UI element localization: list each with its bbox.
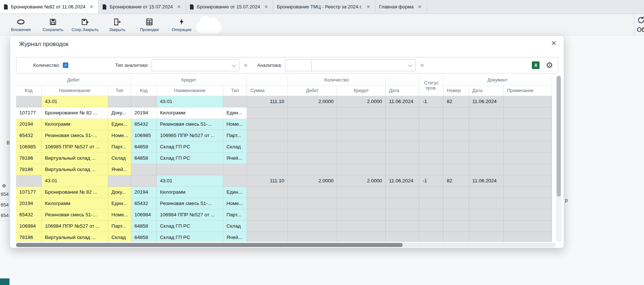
table-cell[interactable]: 43.01 [157, 175, 223, 187]
table-cell[interactable] [443, 164, 469, 175]
table-cell[interactable] [419, 187, 443, 198]
table-cell[interactable]: 65432 [16, 209, 42, 221]
horizontal-scrollbar-thumb[interactable] [16, 243, 403, 247]
table-cell[interactable] [469, 209, 504, 221]
table-cell[interactable]: 106984 ППР №527 от ... [42, 221, 108, 232]
save-button[interactable]: Сохранить [38, 18, 68, 32]
table-cell[interactable] [247, 107, 288, 119]
table-cell[interactable]: 64858 [131, 141, 157, 153]
table-cell[interactable] [419, 221, 443, 232]
table-cell[interactable] [288, 209, 337, 221]
table-cell[interactable] [469, 164, 504, 175]
table-cell[interactable] [443, 232, 469, 242]
table-row[interactable]: 78186Виртуальный склад ...Склад64858Скла… [16, 153, 552, 164]
table-cell[interactable]: 82 [443, 175, 469, 187]
table-cell[interactable] [337, 209, 386, 221]
table-cell[interactable] [469, 187, 504, 198]
table-cell[interactable] [337, 130, 386, 141]
table-cell[interactable]: Един... [108, 119, 131, 130]
table-cell[interactable] [386, 107, 419, 119]
table-cell[interactable] [247, 221, 288, 232]
excel-export-button[interactable]: X [532, 61, 540, 69]
table-cell[interactable]: 106985 ППР №527 от ... [157, 130, 223, 141]
table-cell[interactable]: 111.10 [247, 96, 288, 107]
table-cell[interactable]: Номе... [223, 119, 247, 130]
table-cell[interactable] [288, 153, 337, 164]
vertical-scrollbar-thumb[interactable] [557, 76, 561, 197]
table-cell[interactable]: 11.06.2024 [386, 175, 419, 187]
table-cell[interactable]: 20194 [16, 198, 42, 209]
table-cell[interactable]: Парт... [223, 130, 247, 141]
table-cell[interactable] [386, 153, 419, 164]
table-cell[interactable] [288, 221, 337, 232]
table-cell[interactable]: 11.06.2024 [469, 175, 504, 187]
table-cell[interactable] [386, 209, 419, 221]
table-cell[interactable]: 65432 [16, 130, 42, 141]
table-cell[interactable] [337, 164, 386, 175]
tab-close-icon[interactable]: × [366, 4, 370, 10]
analytics-select[interactable] [285, 59, 416, 71]
table-cell[interactable]: Един... [108, 198, 131, 209]
table-cell[interactable] [419, 153, 443, 164]
table-cell[interactable]: -1 [419, 175, 443, 187]
table-cell[interactable] [288, 119, 337, 130]
table-cell[interactable]: Бронирование № 82 ... [42, 107, 108, 119]
table-cell[interactable]: 106984 [16, 221, 42, 232]
table-cell[interactable]: Ячей... [108, 164, 131, 175]
table-cell[interactable] [288, 141, 337, 153]
table-cell[interactable] [157, 164, 223, 175]
tab-bronirovanie-82[interactable]: Бронирование №82 от 11.06.2024 × [0, 0, 99, 14]
table-cell[interactable] [288, 130, 337, 141]
table-cell[interactable]: 106984 [131, 209, 157, 221]
table-cell[interactable] [443, 153, 469, 164]
table-cell[interactable] [469, 107, 504, 119]
table-cell[interactable] [223, 96, 247, 107]
save-close-button[interactable]: Сохр.Закрыть [70, 18, 100, 32]
table-cell[interactable] [288, 107, 337, 119]
table-cell[interactable] [443, 221, 469, 232]
table-cell[interactable] [504, 209, 552, 221]
table-cell[interactable] [419, 107, 443, 119]
table-cell[interactable] [469, 141, 504, 153]
dialog-close-icon[interactable]: × [551, 39, 556, 48]
table-cell[interactable]: 107177 [16, 187, 42, 198]
table-cell[interactable]: 106984 ППР №527 от ... [157, 209, 223, 221]
table-cell[interactable]: Един... [223, 187, 247, 198]
table-cell[interactable] [386, 187, 419, 198]
table-cell[interactable]: 107177 [16, 107, 42, 119]
table-cell[interactable] [223, 164, 247, 175]
table-cell[interactable]: Парт... [223, 209, 247, 221]
table-cell[interactable] [504, 164, 552, 175]
table-cell[interactable]: Килограмм [42, 198, 108, 209]
tab-close-icon[interactable]: × [177, 4, 180, 10]
table-cell[interactable]: 82 [443, 96, 469, 107]
table-cell[interactable]: Доку... [108, 107, 131, 119]
table-cell[interactable]: 106985 [16, 141, 42, 153]
table-cell[interactable] [337, 221, 386, 232]
table-cell[interactable] [504, 153, 552, 164]
table-row[interactable]: 107177Бронирование № 82 ...Доку...20194К… [16, 107, 552, 119]
clear-analytics-type-icon[interactable]: × [244, 62, 248, 69]
table-row[interactable]: 65432Резиновая смесь 51-...Номе...106985… [16, 130, 552, 141]
table-cell[interactable] [108, 175, 131, 187]
table-cell[interactable] [247, 153, 288, 164]
table-cell[interactable] [131, 164, 157, 175]
table-row[interactable]: 78186Виртуальный склад ...Склад64858Скла… [16, 232, 552, 242]
table-cell[interactable]: 20194 [131, 107, 157, 119]
table-cell[interactable]: Склад ГП РС [157, 141, 223, 153]
table-cell[interactable]: 2.0000 [288, 175, 337, 187]
table-cell[interactable] [337, 119, 386, 130]
table-cell[interactable]: Склад [223, 221, 247, 232]
table-cell[interactable] [504, 175, 552, 187]
table-cell[interactable]: -1 [419, 96, 443, 107]
table-cell[interactable]: 2.0000 [288, 96, 337, 107]
table-cell[interactable] [419, 119, 443, 130]
table-cell[interactable]: 43.01 [157, 96, 223, 107]
table-cell[interactable]: Килограмм [157, 187, 223, 198]
table-cell[interactable] [247, 198, 288, 209]
table-row[interactable]: 107177Бронирование № 82 ...Доку...20194К… [16, 187, 552, 198]
table-cell[interactable] [337, 232, 386, 242]
table-cell[interactable]: Ячей... [223, 232, 247, 242]
table-cell[interactable]: Бронирование № 82 ... [42, 187, 108, 198]
table-cell[interactable] [419, 232, 443, 242]
